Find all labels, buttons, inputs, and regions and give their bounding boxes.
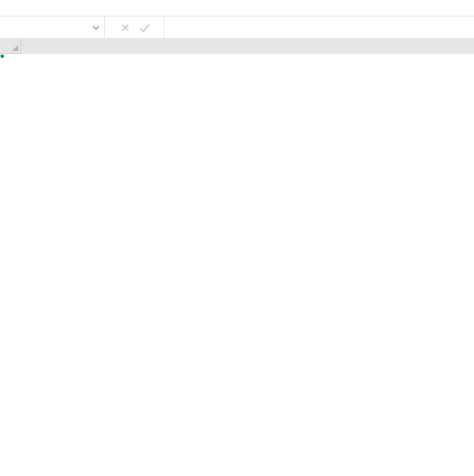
fx-label[interactable] [154,16,164,38]
formula-input[interactable] [164,16,474,38]
select-all-corner[interactable] [0,39,21,54]
sheet-area [0,39,474,476]
cancel-icon[interactable] [116,16,135,38]
selection-handle[interactable] [0,54,4,58]
formula-bar-row [0,16,474,39]
enter-icon[interactable] [135,16,154,38]
ribbon-fragment [0,0,474,16]
column-headers [0,39,474,54]
name-box-container [0,16,105,38]
chevron-down-icon[interactable] [92,24,100,31]
